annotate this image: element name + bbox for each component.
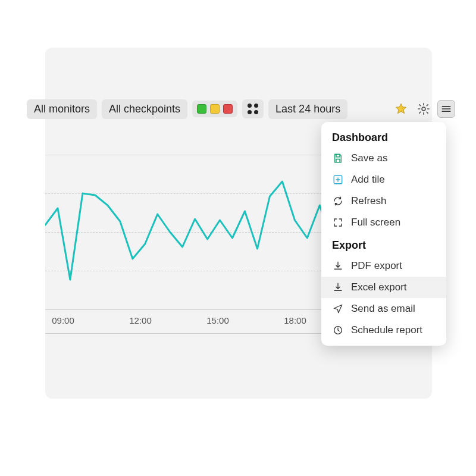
menu-item-save-as[interactable]: Save as — [321, 148, 446, 169]
x-tick-label: 15:00 — [206, 315, 229, 325]
star-icon — [394, 102, 408, 115]
menu-item-pdf-export[interactable]: PDF export — [321, 255, 446, 277]
x-tick-label: 18:00 — [284, 315, 306, 325]
save-icon — [332, 152, 344, 164]
status-green-icon — [197, 104, 206, 114]
menu-button[interactable] — [437, 100, 455, 118]
hamburger-icon — [440, 103, 452, 115]
menu-item-label: Excel export — [351, 281, 407, 293]
status-red-icon — [223, 104, 233, 114]
download-icon — [332, 281, 344, 293]
menu-item-refresh[interactable]: Refresh — [321, 190, 446, 212]
plus-square-icon — [332, 174, 344, 186]
gear-icon — [417, 102, 430, 115]
status-yellow-icon — [210, 104, 220, 114]
settings-button[interactable] — [415, 100, 433, 118]
menu-item-label: Add tile — [351, 174, 385, 186]
menu-item-excel-export[interactable]: Excel export — [321, 277, 446, 298]
checkpoints-filter-label: All checkpoints — [109, 103, 180, 115]
clock-icon — [332, 324, 344, 336]
dashboard-menu: Dashboard Save as Add tile Refresh Full … — [321, 122, 446, 346]
grid-view-button[interactable] — [242, 99, 264, 118]
menu-item-label: Refresh — [351, 195, 387, 207]
menu-item-label: Send as email — [351, 303, 415, 315]
menu-item-label: PDF export — [351, 260, 402, 272]
x-tick-label: 09:00 — [52, 315, 74, 325]
checkpoints-filter-button[interactable]: All checkpoints — [102, 99, 187, 119]
menu-item-send-email[interactable]: Send as email — [321, 298, 446, 320]
time-range-button[interactable]: Last 24 hours — [268, 99, 347, 119]
menu-dashboard-header: Dashboard — [321, 131, 446, 148]
menu-item-label: Schedule report — [351, 324, 422, 336]
favorite-button[interactable] — [392, 100, 410, 118]
status-filter-button[interactable] — [192, 101, 237, 117]
menu-item-label: Save as — [351, 152, 387, 164]
fullscreen-icon — [332, 217, 344, 228]
x-tick-label: 12:00 — [129, 315, 152, 325]
svg-point-0 — [422, 107, 425, 111]
time-range-label: Last 24 hours — [275, 103, 340, 115]
refresh-icon — [332, 195, 344, 207]
download-icon — [332, 260, 344, 272]
grid-dots-icon — [247, 103, 259, 115]
menu-item-full-screen[interactable]: Full screen — [321, 212, 446, 233]
menu-item-add-tile[interactable]: Add tile — [321, 169, 446, 190]
menu-item-schedule-report[interactable]: Schedule report — [321, 320, 446, 341]
send-icon — [332, 303, 344, 315]
toolbar: All monitors All checkpoints Last 24 hou… — [27, 98, 455, 120]
menu-export-header: Export — [321, 239, 446, 255]
monitors-filter-button[interactable]: All monitors — [27, 99, 97, 119]
menu-item-label: Full screen — [351, 217, 400, 228]
monitors-filter-label: All monitors — [34, 103, 90, 115]
